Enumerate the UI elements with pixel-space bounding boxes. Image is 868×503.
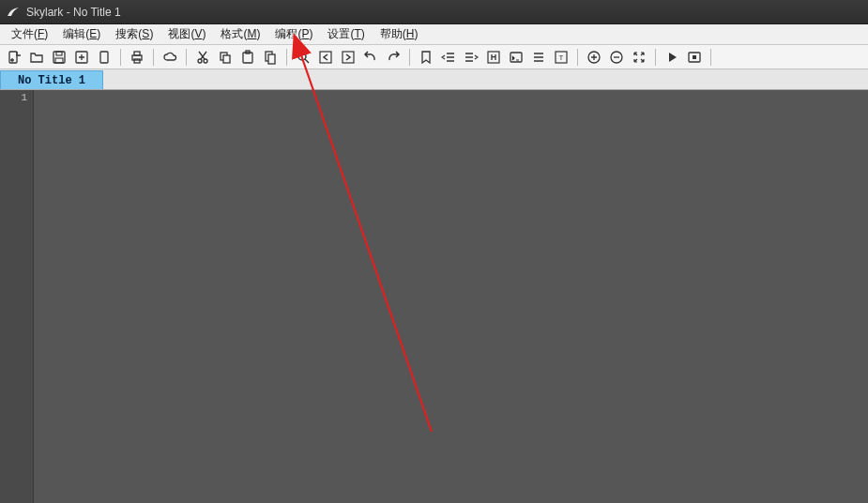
prev-icon[interactable] (315, 47, 336, 68)
separator (577, 49, 578, 66)
svg-rect-5 (100, 52, 108, 63)
next-icon[interactable] (338, 47, 358, 68)
open-folder-icon[interactable] (26, 47, 47, 68)
undo-icon[interactable] (360, 47, 381, 68)
console-icon[interactable] (506, 47, 526, 68)
outdent-icon[interactable] (438, 47, 459, 68)
svg-rect-16 (268, 54, 275, 64)
svg-rect-0 (9, 52, 17, 63)
search-icon[interactable] (293, 47, 313, 68)
menubar: 文件(F) 编辑(E) 搜索(S) 视图(V) 格式(M) 编程(P) 设置(T… (0, 24, 868, 45)
svg-rect-3 (55, 58, 63, 63)
print-icon[interactable] (127, 47, 147, 68)
editor-content[interactable] (34, 90, 868, 503)
separator (153, 49, 154, 66)
bookmark-icon[interactable] (416, 47, 436, 68)
svg-point-10 (204, 59, 207, 63)
titlebar: Skylark - No Title 1 (0, 0, 868, 24)
separator (286, 49, 287, 66)
svg-rect-19 (343, 52, 354, 63)
svg-rect-28 (693, 55, 696, 59)
separator (655, 49, 656, 66)
menu-view[interactable]: 视图(V) (160, 24, 213, 44)
copy-icon[interactable] (215, 47, 236, 68)
svg-rect-12 (223, 55, 230, 63)
tabbar: No Title 1 (0, 69, 868, 90)
paste-icon[interactable] (237, 47, 258, 68)
zoom-in-icon[interactable] (584, 47, 604, 68)
insert-icon[interactable]: T (551, 47, 571, 68)
docs-icon[interactable] (260, 47, 281, 68)
cut-icon[interactable] (192, 47, 213, 68)
separator (710, 49, 711, 66)
svg-rect-13 (243, 53, 252, 63)
new-file-icon[interactable] (4, 47, 24, 68)
line-number: 1 (0, 92, 27, 107)
menu-help[interactable]: 帮助(H) (373, 24, 426, 44)
svg-rect-7 (134, 52, 140, 55)
expand-icon[interactable] (629, 47, 649, 68)
tab-active[interactable]: No Title 1 (0, 70, 103, 89)
save-icon[interactable] (49, 47, 69, 68)
save-as-icon[interactable] (71, 47, 92, 68)
cloud-icon[interactable] (160, 47, 180, 68)
svg-point-9 (198, 59, 202, 63)
menu-file[interactable]: 文件(F) (4, 24, 55, 44)
svg-text:T: T (559, 53, 564, 62)
menu-search[interactable]: 搜索(S) (108, 24, 160, 44)
doc-icon[interactable] (94, 47, 114, 68)
play-icon[interactable] (662, 47, 682, 68)
toolbar: H T (0, 45, 868, 69)
svg-rect-8 (134, 59, 140, 63)
gutter: 1 (0, 90, 34, 503)
svg-point-17 (298, 53, 306, 60)
app-icon (6, 5, 21, 20)
menu-format[interactable]: 格式(M) (213, 24, 267, 44)
svg-rect-18 (320, 52, 331, 63)
window-title: Skylark - No Title 1 (26, 6, 121, 19)
separator (186, 49, 187, 66)
menu-settings[interactable]: 设置(T) (320, 24, 372, 44)
menu-edit[interactable]: 编辑(E) (55, 24, 108, 44)
indent-icon[interactable] (461, 47, 481, 68)
header-icon[interactable]: H (483, 47, 504, 68)
svg-text:H: H (491, 53, 497, 62)
zoom-out-icon[interactable] (606, 47, 627, 68)
menu-program[interactable]: 编程(P) (267, 24, 320, 44)
separator (120, 49, 121, 66)
editor: 1 (0, 90, 868, 503)
tab-label: No Title 1 (18, 74, 85, 87)
list-icon[interactable] (528, 47, 549, 68)
redo-icon[interactable] (383, 47, 404, 68)
separator (409, 49, 410, 66)
stop-icon[interactable] (684, 47, 705, 68)
